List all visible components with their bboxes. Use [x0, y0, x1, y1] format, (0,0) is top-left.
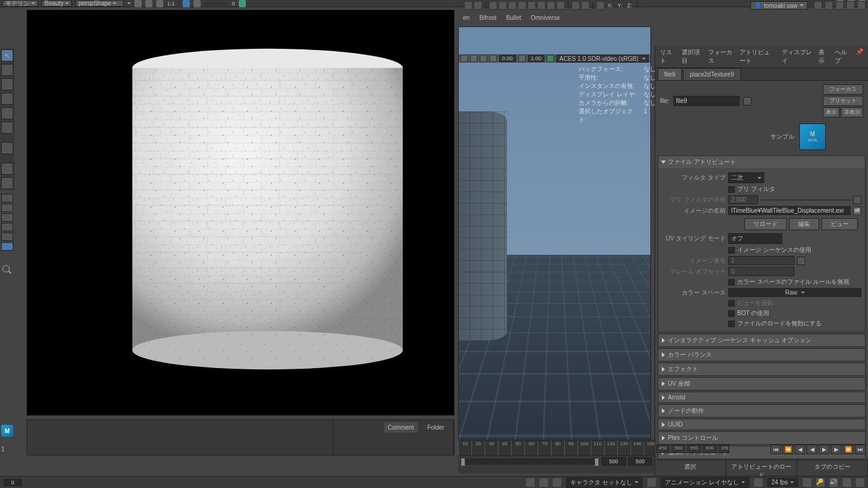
- tool-icon[interactable]: [145, 0, 153, 7]
- slider[interactable]: [204, 2, 228, 5]
- workspace-dropdown[interactable]: モデリン: [2, 0, 38, 7]
- preset-button[interactable]: プリセット: [823, 96, 863, 106]
- use-sequence-checkbox[interactable]: [728, 247, 735, 254]
- sound-icon[interactable]: 🔊: [829, 478, 838, 487]
- ae-menu-item[interactable]: 表示: [819, 48, 829, 65]
- tab-folder[interactable]: Folder: [424, 422, 448, 433]
- layout-icon[interactable]: [1, 233, 13, 241]
- vp-tool-icon[interactable]: [518, 1, 526, 10]
- go-to-start-button[interactable]: ⏮: [770, 445, 781, 454]
- image-name-input[interactable]: [728, 206, 851, 215]
- prefilter-checkbox[interactable]: [728, 186, 735, 193]
- vp-tool-icon[interactable]: [498, 1, 507, 10]
- step-forward-key-button[interactable]: ⏩: [843, 445, 854, 454]
- edit-button[interactable]: 編集: [789, 218, 819, 230]
- paint-tool[interactable]: [1, 78, 13, 90]
- vp-icon[interactable]: [518, 55, 526, 62]
- ae-menu-item[interactable]: アトリビュート: [740, 48, 776, 65]
- layout-icon[interactable]: [1, 242, 13, 251]
- layout-icon[interactable]: [1, 223, 13, 231]
- menu-item[interactable]: en: [463, 14, 470, 21]
- render-viewport[interactable]: [27, 10, 454, 416]
- ae-menu-item[interactable]: 選択項目: [682, 48, 702, 65]
- menu-item[interactable]: Bullet: [506, 14, 521, 21]
- colorspace-dropdown[interactable]: ACES 1.0 SDR-video (sRGB): [556, 55, 649, 63]
- sample-swatch[interactable]: MAYA: [799, 124, 826, 150]
- app-icon[interactable]: [857, 1, 866, 10]
- node-name-input[interactable]: [673, 96, 740, 106]
- step-back-key-button[interactable]: ⏪: [782, 445, 793, 454]
- vp-tool-icon[interactable]: [556, 1, 565, 10]
- vp-tool-icon[interactable]: [571, 1, 580, 10]
- search-icon[interactable]: [2, 265, 12, 275]
- select-tool[interactable]: ↖: [1, 49, 13, 61]
- vp-tool-icon[interactable]: [537, 1, 546, 10]
- gamma-value[interactable]: 1.00: [528, 55, 545, 62]
- tool-icon[interactable]: [183, 0, 190, 7]
- vp-tool-icon[interactable]: [474, 1, 482, 10]
- tool-icon[interactable]: [134, 0, 142, 7]
- folder-icon[interactable]: [853, 207, 861, 215]
- vp-icon[interactable]: [470, 55, 477, 62]
- filter-type-dropdown[interactable]: 二次: [728, 172, 764, 183]
- tool-icon[interactable]: [1, 177, 13, 189]
- vp-tool-icon[interactable]: [596, 1, 605, 10]
- ae-menu-item[interactable]: フォーカス: [708, 48, 734, 65]
- tool-icon[interactable]: [193, 0, 201, 7]
- status-icon[interactable]: [754, 478, 763, 487]
- tool-icon[interactable]: [156, 0, 163, 7]
- play-forward-button[interactable]: ▶: [819, 445, 829, 454]
- section-header[interactable]: Arnold: [658, 392, 865, 402]
- connect-icon[interactable]: [853, 196, 861, 204]
- anim-layer-dropdown[interactable]: アニメーション レイヤなし: [661, 477, 749, 488]
- ae-menu-item[interactable]: ヘルプ: [835, 48, 851, 65]
- lasso-tool[interactable]: [1, 64, 13, 76]
- section-header[interactable]: カラー バランス: [658, 349, 865, 361]
- view-button[interactable]: ビュー: [822, 218, 858, 230]
- invert-view-checkbox[interactable]: [728, 300, 735, 307]
- layout-icon[interactable]: [1, 194, 13, 202]
- time-ruler[interactable]: 1020304050607080901001101201301401501601…: [458, 440, 655, 456]
- connect-icon[interactable]: [797, 257, 805, 265]
- section-header[interactable]: ノードの動作: [658, 405, 865, 417]
- layout-icon[interactable]: [1, 213, 13, 222]
- section-header[interactable]: インタラクティブ シーケンス キャッシュ オプション: [658, 334, 865, 346]
- rotate-tool[interactable]: [1, 107, 13, 119]
- status-icon[interactable]: [843, 478, 851, 487]
- ignore-rules-checkbox[interactable]: [728, 279, 735, 286]
- section-header[interactable]: Ptex コントロール: [658, 432, 865, 444]
- renderer-dropdown[interactable]: Beauty: [42, 0, 72, 7]
- tab-place2dtexture9[interactable]: place2dTexture9: [683, 68, 740, 80]
- step-forward-button[interactable]: ▶: [831, 445, 841, 454]
- comment-pane[interactable]: [27, 420, 333, 455]
- section-header[interactable]: エフェクト: [658, 363, 865, 375]
- ae-menu-item[interactable]: リスト: [660, 48, 676, 65]
- colorspace-dropdown[interactable]: Raw: [728, 288, 861, 297]
- tool-icon[interactable]: [239, 0, 246, 7]
- key-icon[interactable]: 🔑: [816, 478, 825, 487]
- range-end-input[interactable]: [628, 457, 652, 466]
- exposure-value[interactable]: 0.00: [499, 55, 516, 62]
- clock-icon[interactable]: [489, 55, 497, 62]
- move-tool[interactable]: [1, 93, 13, 105]
- time-ruler-extended[interactable]: 4505005506006507007508008509009501000105…: [654, 445, 729, 453]
- section-header[interactable]: ファイル アトリビュート: [658, 156, 865, 168]
- menu-item[interactable]: Omniverse: [530, 14, 559, 21]
- app-icon[interactable]: [835, 1, 844, 10]
- tool-icon[interactable]: [1, 142, 13, 154]
- vp-tool-icon[interactable]: [464, 1, 473, 10]
- app-icon[interactable]: [846, 1, 855, 10]
- scale-tool[interactable]: [1, 122, 13, 134]
- vp-icon[interactable]: [461, 55, 468, 62]
- user-dropdown[interactable]: 👤tomoaki saw: [750, 1, 808, 10]
- show-button[interactable]: 表示: [823, 107, 840, 117]
- pin-icon[interactable]: 📌: [856, 48, 863, 65]
- dropdown-arrow-icon[interactable]: [127, 2, 131, 4]
- hide-button[interactable]: 非表示: [841, 107, 863, 117]
- app-icon[interactable]: [825, 1, 833, 10]
- character-set-dropdown[interactable]: キャラクタ セットなし: [566, 477, 643, 488]
- play-back-button[interactable]: ◀: [807, 445, 817, 454]
- status-icon[interactable]: [553, 478, 561, 487]
- vp-icon[interactable]: [547, 55, 554, 62]
- range-bar[interactable]: [461, 458, 599, 465]
